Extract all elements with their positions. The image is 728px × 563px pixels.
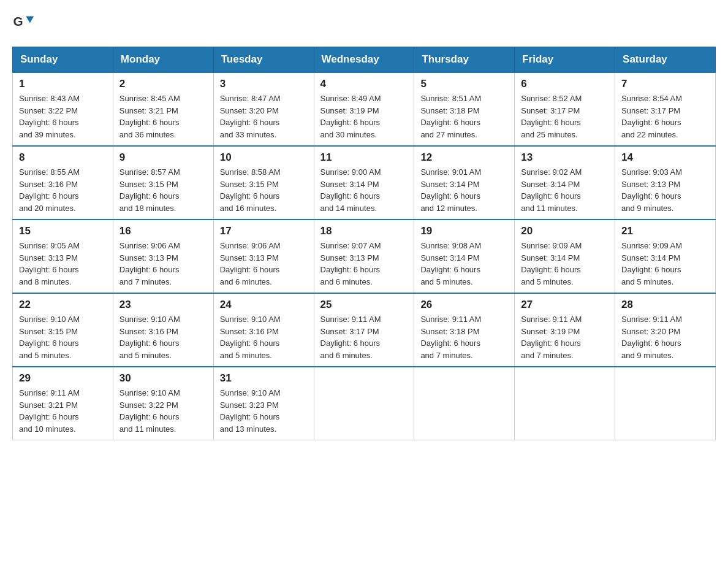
day-number: 13 — [521, 151, 609, 164]
day-info: Sunrise: 9:00 AM Sunset: 3:14 PM Dayligh… — [320, 166, 408, 214]
calendar-cell-17: 17Sunrise: 9:06 AM Sunset: 3:13 PM Dayli… — [213, 220, 314, 293]
day-number: 5 — [420, 78, 508, 90]
day-number: 3 — [220, 78, 308, 90]
calendar-cell-28: 28Sunrise: 9:11 AM Sunset: 3:20 PM Dayli… — [615, 293, 716, 367]
day-info: Sunrise: 9:10 AM Sunset: 3:16 PM Dayligh… — [220, 313, 308, 361]
calendar-cell-31: 31Sunrise: 9:10 AM Sunset: 3:23 PM Dayli… — [213, 367, 314, 440]
calendar-table: SundayMondayTuesdayWednesdayThursdayFrid… — [12, 47, 716, 440]
day-info: Sunrise: 8:47 AM Sunset: 3:20 PM Dayligh… — [220, 93, 308, 140]
day-number: 14 — [621, 151, 709, 164]
day-number: 6 — [521, 78, 609, 90]
day-info: Sunrise: 9:09 AM Sunset: 3:14 PM Dayligh… — [621, 240, 709, 288]
calendar-week-row-2: 8Sunrise: 8:55 AM Sunset: 3:16 PM Daylig… — [13, 146, 716, 220]
day-number: 15 — [19, 225, 107, 237]
calendar-cell-27: 27Sunrise: 9:11 AM Sunset: 3:19 PM Dayli… — [515, 293, 615, 367]
day-info: Sunrise: 9:03 AM Sunset: 3:13 PM Dayligh… — [621, 166, 709, 214]
calendar-cell-23: 23Sunrise: 9:10 AM Sunset: 3:16 PM Dayli… — [113, 293, 213, 367]
calendar-cell-11: 11Sunrise: 9:00 AM Sunset: 3:14 PM Dayli… — [314, 146, 414, 220]
day-info: Sunrise: 8:58 AM Sunset: 3:15 PM Dayligh… — [220, 166, 308, 214]
svg-text:G: G — [13, 14, 23, 28]
day-info: Sunrise: 9:10 AM Sunset: 3:16 PM Dayligh… — [119, 313, 207, 361]
day-info: Sunrise: 9:06 AM Sunset: 3:13 PM Dayligh… — [119, 240, 207, 288]
calendar-cell-14: 14Sunrise: 9:03 AM Sunset: 3:13 PM Dayli… — [615, 146, 716, 220]
calendar-cell-empty — [314, 367, 414, 440]
calendar-cell-12: 12Sunrise: 9:01 AM Sunset: 3:14 PM Dayli… — [414, 146, 515, 220]
day-number: 8 — [19, 151, 107, 164]
calendar-cell-empty — [414, 367, 515, 440]
day-number: 29 — [19, 372, 107, 385]
day-number: 24 — [220, 299, 308, 311]
day-number: 16 — [119, 225, 207, 237]
day-info: Sunrise: 9:11 AM Sunset: 3:20 PM Dayligh… — [621, 313, 709, 361]
calendar-cell-6: 6Sunrise: 8:52 AM Sunset: 3:17 PM Daylig… — [515, 72, 615, 146]
day-info: Sunrise: 8:55 AM Sunset: 3:16 PM Dayligh… — [19, 166, 107, 214]
calendar-cell-4: 4Sunrise: 8:49 AM Sunset: 3:19 PM Daylig… — [314, 72, 414, 146]
calendar-cell-10: 10Sunrise: 8:58 AM Sunset: 3:15 PM Dayli… — [213, 146, 314, 220]
calendar-cell-30: 30Sunrise: 9:10 AM Sunset: 3:22 PM Dayli… — [113, 367, 213, 440]
day-info: Sunrise: 8:49 AM Sunset: 3:19 PM Dayligh… — [320, 93, 408, 140]
calendar-cell-5: 5Sunrise: 8:51 AM Sunset: 3:18 PM Daylig… — [414, 72, 515, 146]
day-number: 19 — [420, 225, 508, 237]
calendar-cell-empty — [615, 367, 716, 440]
calendar-cell-21: 21Sunrise: 9:09 AM Sunset: 3:14 PM Dayli… — [615, 220, 716, 293]
calendar-cell-2: 2Sunrise: 8:45 AM Sunset: 3:21 PM Daylig… — [113, 72, 213, 146]
day-info: Sunrise: 8:57 AM Sunset: 3:15 PM Dayligh… — [119, 166, 207, 214]
day-number: 12 — [420, 151, 508, 164]
calendar-cell-1: 1Sunrise: 8:43 AM Sunset: 3:22 PM Daylig… — [13, 72, 113, 146]
day-number: 23 — [119, 299, 207, 311]
weekday-header-wednesday: Wednesday — [314, 47, 414, 73]
logo: G — [12, 12, 39, 37]
weekday-header-sunday: Sunday — [13, 47, 113, 73]
day-info: Sunrise: 9:10 AM Sunset: 3:23 PM Dayligh… — [220, 387, 308, 435]
calendar-cell-18: 18Sunrise: 9:07 AM Sunset: 3:13 PM Dayli… — [314, 220, 414, 293]
day-info: Sunrise: 9:11 AM Sunset: 3:18 PM Dayligh… — [420, 313, 508, 361]
calendar-cell-22: 22Sunrise: 9:10 AM Sunset: 3:15 PM Dayli… — [13, 293, 113, 367]
calendar-cell-16: 16Sunrise: 9:06 AM Sunset: 3:13 PM Dayli… — [113, 220, 213, 293]
weekday-header-thursday: Thursday — [414, 47, 515, 73]
day-info: Sunrise: 8:43 AM Sunset: 3:22 PM Dayligh… — [19, 93, 107, 140]
calendar-week-row-4: 22Sunrise: 9:10 AM Sunset: 3:15 PM Dayli… — [13, 293, 716, 367]
weekday-header-saturday: Saturday — [615, 47, 716, 73]
day-info: Sunrise: 9:11 AM Sunset: 3:21 PM Dayligh… — [19, 387, 107, 435]
day-number: 2 — [119, 78, 207, 90]
page-header: G — [12, 12, 716, 37]
calendar-cell-20: 20Sunrise: 9:09 AM Sunset: 3:14 PM Dayli… — [515, 220, 615, 293]
day-info: Sunrise: 9:05 AM Sunset: 3:13 PM Dayligh… — [19, 240, 107, 288]
day-number: 26 — [420, 299, 508, 311]
logo-icon: G — [12, 12, 37, 37]
calendar-cell-24: 24Sunrise: 9:10 AM Sunset: 3:16 PM Dayli… — [213, 293, 314, 367]
day-number: 25 — [320, 299, 408, 311]
calendar-week-row-1: 1Sunrise: 8:43 AM Sunset: 3:22 PM Daylig… — [13, 72, 716, 146]
calendar-cell-8: 8Sunrise: 8:55 AM Sunset: 3:16 PM Daylig… — [13, 146, 113, 220]
day-number: 4 — [320, 78, 408, 90]
calendar-cell-empty — [515, 367, 615, 440]
day-info: Sunrise: 9:01 AM Sunset: 3:14 PM Dayligh… — [420, 166, 508, 214]
calendar-cell-19: 19Sunrise: 9:08 AM Sunset: 3:14 PM Dayli… — [414, 220, 515, 293]
weekday-header-friday: Friday — [515, 47, 615, 73]
day-info: Sunrise: 8:51 AM Sunset: 3:18 PM Dayligh… — [420, 93, 508, 140]
day-number: 18 — [320, 225, 408, 237]
calendar-week-row-3: 15Sunrise: 9:05 AM Sunset: 3:13 PM Dayli… — [13, 220, 716, 293]
calendar-week-row-5: 29Sunrise: 9:11 AM Sunset: 3:21 PM Dayli… — [13, 367, 716, 440]
calendar-cell-3: 3Sunrise: 8:47 AM Sunset: 3:20 PM Daylig… — [213, 72, 314, 146]
day-info: Sunrise: 9:07 AM Sunset: 3:13 PM Dayligh… — [320, 240, 408, 288]
day-number: 22 — [19, 299, 107, 311]
calendar-cell-13: 13Sunrise: 9:02 AM Sunset: 3:14 PM Dayli… — [515, 146, 615, 220]
day-info: Sunrise: 9:02 AM Sunset: 3:14 PM Dayligh… — [521, 166, 609, 214]
calendar-cell-15: 15Sunrise: 9:05 AM Sunset: 3:13 PM Dayli… — [13, 220, 113, 293]
day-number: 7 — [621, 78, 709, 90]
day-info: Sunrise: 8:52 AM Sunset: 3:17 PM Dayligh… — [521, 93, 609, 140]
day-info: Sunrise: 9:11 AM Sunset: 3:19 PM Dayligh… — [521, 313, 609, 361]
calendar-cell-25: 25Sunrise: 9:11 AM Sunset: 3:17 PM Dayli… — [314, 293, 414, 367]
weekday-header-tuesday: Tuesday — [213, 47, 314, 73]
day-number: 9 — [119, 151, 207, 164]
day-number: 28 — [621, 299, 709, 311]
svg-marker-1 — [26, 16, 34, 23]
day-info: Sunrise: 9:08 AM Sunset: 3:14 PM Dayligh… — [420, 240, 508, 288]
day-number: 21 — [621, 225, 709, 237]
day-info: Sunrise: 9:06 AM Sunset: 3:13 PM Dayligh… — [220, 240, 308, 288]
day-number: 31 — [220, 372, 308, 385]
day-number: 1 — [19, 78, 107, 90]
calendar-cell-9: 9Sunrise: 8:57 AM Sunset: 3:15 PM Daylig… — [113, 146, 213, 220]
day-number: 17 — [220, 225, 308, 237]
